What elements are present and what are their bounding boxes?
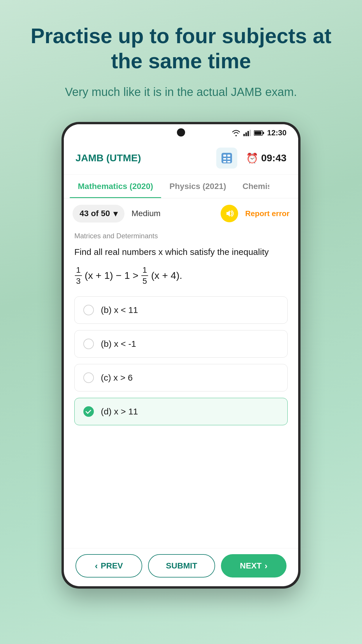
status-right-icons: 12:30: [232, 128, 287, 137]
svg-rect-11: [227, 158, 230, 160]
question-count: 43 of 50: [80, 209, 110, 218]
svg-rect-10: [223, 158, 226, 160]
option-d-text: (d) x > 11: [101, 407, 138, 416]
wifi-icon: [232, 130, 240, 136]
radio-option-c: [83, 372, 94, 383]
app-title: JAMB (UTME): [75, 152, 141, 164]
svg-rect-7: [222, 153, 232, 163]
svg-rect-3: [249, 130, 251, 136]
svg-rect-0: [243, 134, 245, 136]
svg-rect-8: [223, 155, 226, 157]
prev-label: PREV: [101, 561, 123, 570]
submit-label: SUBMIT: [166, 561, 197, 570]
chevron-right-icon: ›: [265, 561, 268, 571]
next-label: NEXT: [240, 561, 262, 570]
phone-screen: 12:30 JAMB (UTME): [64, 124, 298, 586]
next-button[interactable]: NEXT ›: [221, 554, 287, 578]
svg-rect-12: [223, 161, 226, 162]
prev-button[interactable]: ‹ PREV: [75, 554, 142, 578]
fraction-one-fifth: 1 5: [141, 265, 148, 286]
battery-icon: [254, 130, 264, 136]
radio-option-a: [83, 305, 94, 315]
question-selector[interactable]: 43 of 50 ▾: [73, 205, 124, 223]
question-text: Find all real numbers x which satisfy th…: [74, 245, 288, 258]
controls-row: 43 of 50 ▾ Medium Report error: [64, 198, 298, 229]
option-b-text: (b) x < -1: [101, 339, 136, 349]
option-b[interactable]: (b) x < -1: [74, 330, 288, 358]
option-c-text: (c) x > 6: [101, 373, 133, 383]
svg-rect-6: [263, 132, 264, 134]
question-area: Matrices and Determinants Find all real …: [64, 229, 298, 548]
speaker-icon: [225, 209, 234, 218]
svg-rect-5: [254, 131, 261, 135]
audio-button[interactable]: [221, 205, 238, 222]
option-d[interactable]: (d) x > 11: [74, 398, 288, 425]
phone-mockup: 12:30 JAMB (UTME): [61, 122, 301, 589]
option-a-text: (b) x < 11: [101, 305, 138, 315]
app-header: JAMB (UTME) ⏰ 09:43: [64, 142, 298, 175]
calculator-button[interactable]: [216, 148, 237, 169]
topic-label: Matrices and Determinants: [74, 232, 288, 240]
tab-mathematics[interactable]: Mathematics (2020): [70, 175, 161, 198]
svg-rect-1: [245, 132, 247, 136]
dropdown-arrow-icon: ▾: [113, 209, 117, 218]
clock-icon: ⏰: [246, 152, 258, 164]
timer-display: ⏰ 09:43: [246, 152, 287, 164]
option-a[interactable]: (b) x < 11: [74, 296, 288, 324]
svg-rect-13: [227, 161, 230, 162]
header-right: ⏰ 09:43: [216, 148, 287, 169]
chevron-left-icon: ‹: [95, 561, 98, 571]
bottom-navigation: ‹ PREV SUBMIT NEXT ›: [64, 548, 298, 586]
tab-physics[interactable]: Physics (2021): [161, 175, 234, 198]
difficulty-label: Medium: [131, 209, 214, 218]
tabs-container: Mathematics (2020) Physics (2021) Chemis…: [64, 175, 298, 198]
tab-chemistry[interactable]: Chemistry (: [234, 175, 269, 198]
timer-value: 09:43: [261, 152, 287, 164]
option-c[interactable]: (c) x > 6: [74, 364, 288, 391]
signal-icon: [243, 130, 251, 136]
calculator-icon: [221, 152, 233, 164]
camera-notch: [177, 128, 185, 136]
svg-rect-2: [247, 131, 249, 136]
report-error-button[interactable]: Report error: [245, 209, 289, 218]
fraction-one-third: 1 3: [75, 265, 82, 286]
page-subtitle: Very much like it is in the actual JAMB …: [36, 85, 326, 99]
svg-rect-9: [227, 155, 230, 157]
status-bar: 12:30: [64, 124, 298, 142]
radio-option-b: [83, 339, 94, 349]
submit-button[interactable]: SUBMIT: [148, 554, 215, 578]
radio-option-d: [83, 406, 94, 417]
status-time: 12:30: [267, 128, 287, 137]
page-title: Practise up to four subjects at the same…: [0, 23, 362, 74]
math-formula: 1 3 (x + 1) − 1 > 1 5 (x + 4).: [74, 265, 288, 286]
